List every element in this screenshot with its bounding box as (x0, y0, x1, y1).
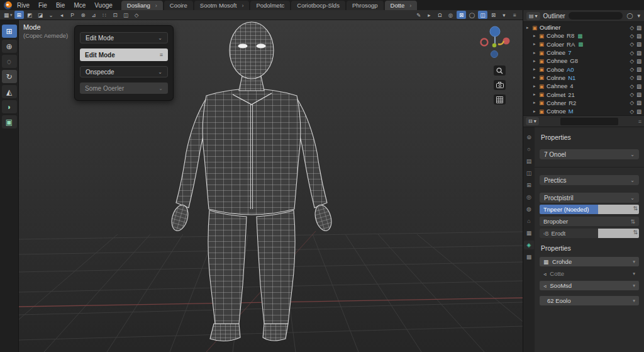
outliner-row[interactable]: ▸ ▣ Colmet 21 ▩ ◇ ▨ (523, 90, 644, 98)
properties-dropdown-2[interactable]: Prectics ⌄ (540, 175, 639, 185)
property-field[interactable]: Bropober ⇅ (540, 217, 639, 226)
grid-toggle-icon[interactable] (494, 94, 506, 105)
properties-dropdown-3[interactable]: Proctpistril ⌄ (540, 193, 639, 203)
selectable-diamond-icon[interactable]: ◇ (630, 25, 634, 31)
selectable-diamond-icon[interactable]: ◇ (630, 66, 634, 72)
disclosure-triangle-icon[interactable]: ▸ (533, 59, 539, 64)
zoom-icon[interactable] (494, 65, 506, 76)
tab-world[interactable]: ◎ (524, 193, 534, 202)
outliner-search-input[interactable] (569, 12, 623, 20)
transform-orientation-icon[interactable]: ⊿ (89, 11, 99, 19)
selectable-diamond-icon[interactable]: ◇ (630, 58, 634, 64)
outliner-row[interactable]: ▸ ▣ Cohoe A0 ▩ ◇ ▨ (523, 65, 644, 73)
disclosure-triangle-icon[interactable]: ▸ (533, 50, 539, 55)
shading-wireframe-icon[interactable]: ◯ (467, 11, 477, 19)
selectable-diamond-icon[interactable]: ◇ (630, 41, 634, 47)
tab-particles[interactable]: ▦ (524, 229, 534, 237)
outliner-row[interactable]: ▸ ▣ Coloer RA ▩ ◇ ▨ (523, 40, 644, 48)
snap-magnet-icon[interactable]: Ω (435, 11, 445, 19)
view-menu-icon[interactable]: ⌄ (47, 11, 56, 19)
properties-menu-icon[interactable]: ≡ (638, 118, 641, 125)
mode-panel-row[interactable]: Onspecde ⌄ (80, 66, 168, 77)
render-visibility-icon[interactable]: ▨ (636, 83, 641, 89)
shading-dropdown-icon[interactable]: ▾ (499, 11, 509, 19)
tab-constraints[interactable]: ▩ (524, 253, 534, 261)
workspace-tab[interactable]: Coriotbocp-Slds (291, 1, 345, 10)
mode-panel-row[interactable]: Some Ooerler ⌄ (80, 82, 168, 94)
render-visibility-icon[interactable]: ▨ (636, 25, 641, 31)
rotate-tool[interactable]: ↻ (2, 70, 17, 83)
xray-toggle-icon[interactable]: ⊠ (457, 11, 466, 19)
disclosure-triangle-icon[interactable]: ▸ (533, 42, 539, 47)
outliner-row[interactable]: ▸ ▣ Outliner ▩ ◇ ▨ (523, 23, 644, 31)
disclosure-triangle-icon[interactable]: ▸ (533, 67, 539, 72)
tab-object[interactable]: ◍ (524, 205, 534, 213)
shading-material-icon[interactable]: ⊠ (489, 11, 498, 19)
select-mode-edge-icon[interactable]: ◪ (36, 11, 45, 19)
tool-settings-icon[interactable]: ✎ (414, 11, 423, 19)
value-field[interactable]: ⇅ (598, 229, 639, 238)
outliner-row[interactable]: ▸ ▣ Cohner R2 ▩ ◇ ▨ (523, 99, 644, 107)
workspace-tab[interactable]: Dotte › (385, 1, 418, 10)
selectable-diamond-icon[interactable]: ◇ (630, 74, 634, 81)
workspace-tab[interactable]: Phrosogp (347, 1, 384, 10)
stepper-icon[interactable]: ⇅ (633, 229, 638, 236)
properties-button[interactable]: 62 Eoolo ▾ (540, 296, 639, 305)
properties-dropdown-1[interactable]: 7 Onoel ⌄ (540, 149, 639, 159)
disclosure-triangle-icon[interactable]: ▸ (533, 100, 539, 105)
menu-item[interactable]: Mce (74, 2, 86, 9)
selectable-diamond-icon[interactable]: ◇ (630, 33, 634, 39)
tab-render[interactable]: ○ (524, 145, 534, 154)
camera-view-icon[interactable] (494, 80, 506, 90)
workspace-tab[interactable]: Podolmetc (250, 1, 290, 10)
select-menu-icon[interactable]: ◂ (57, 11, 67, 19)
render-visibility-icon[interactable]: ▨ (636, 108, 641, 115)
viewport-3d[interactable]: Mode (Copec Aemede) Edit Mode ⌄ Edit Mod… (19, 20, 523, 352)
mesh-menu-icon[interactable]: ⊗ (79, 11, 88, 19)
property-subfield[interactable]: ‹BErodt ⇅ (540, 229, 639, 238)
menu-item[interactable]: Rive (17, 2, 30, 9)
measure-tool[interactable]: ▣ (2, 115, 17, 128)
disclosure-triangle-icon[interactable]: ▸ (533, 92, 539, 97)
spin-tool[interactable]: ◗ (2, 100, 17, 113)
tab-tool[interactable]: ⊚ (524, 133, 534, 142)
stepper-icon[interactable]: ⇅ (633, 205, 638, 212)
select-mode-vertex-icon[interactable]: ◩ (25, 11, 35, 19)
outliner-editor-type-icon[interactable]: ▤▾ (526, 12, 540, 20)
properties-search-input[interactable] (560, 118, 618, 125)
selectable-diamond-icon[interactable]: ◇ (630, 99, 634, 106)
render-visibility-icon[interactable]: ▨ (636, 33, 641, 39)
render-visibility-icon[interactable]: ▨ (636, 66, 641, 72)
selectable-diamond-icon[interactable]: ◇ (630, 83, 634, 89)
proportional-edit-icon[interactable]: ◎ (446, 11, 455, 19)
tab-output[interactable]: ▤ (524, 157, 534, 166)
expand-icon[interactable]: ▸ (425, 11, 434, 19)
pivot-point-icon[interactable]: ◫ (121, 11, 131, 19)
proportional-editing-icon[interactable]: ⊡ (111, 11, 120, 19)
shading-solid-icon[interactable]: ◫ (478, 11, 487, 19)
workspace-tab[interactable]: Dosliang › (121, 1, 163, 10)
filter-icon[interactable]: ◯ (626, 13, 633, 19)
outliner-row[interactable]: ▸ ▣ Colnee 7 ▩ ◇ ▨ (523, 48, 644, 57)
snap-icon[interactable]: ∷ (100, 11, 109, 19)
lasso-select-tool[interactable]: ◌ (2, 55, 17, 68)
properties-editor-type-icon[interactable]: ⊟▾ (526, 117, 539, 125)
workspace-tab[interactable]: Sootm Mosoft › (194, 1, 250, 10)
outliner-row[interactable]: ▸ ▣ Cahnee 4 ▩ ◇ ▨ (523, 82, 644, 90)
render-visibility-icon[interactable]: ▨ (636, 41, 641, 47)
navigation-gizmo[interactable] (480, 25, 510, 62)
tab-modifiers[interactable]: ⌂ (524, 217, 534, 225)
properties-button[interactable]: ▦ Crohde ▾ (540, 257, 639, 266)
outliner-row[interactable]: ▸ ▣ Cohoe R8 ▩ ◇ ▨ (523, 31, 644, 40)
disclosure-triangle-icon[interactable]: ▸ (533, 75, 539, 80)
menu-item[interactable]: Vuoge (94, 2, 113, 9)
render-visibility-icon[interactable]: ▨ (636, 91, 641, 98)
render-visibility-icon[interactable]: ▨ (636, 50, 641, 56)
mode-panel-row[interactable]: Edit Mode ⌄ (80, 48, 168, 61)
selectable-diamond-icon[interactable]: ◇ (630, 108, 634, 115)
disclosure-triangle-icon[interactable]: ▸ (526, 25, 532, 30)
disclosure-triangle-icon[interactable]: ▸ (533, 33, 539, 38)
properties-button[interactable]: ◃ Cotte ▾ (540, 269, 639, 278)
selectable-diamond-icon[interactable]: ◇ (630, 50, 634, 56)
mode-select-icon[interactable]: ⊞ (14, 11, 24, 19)
